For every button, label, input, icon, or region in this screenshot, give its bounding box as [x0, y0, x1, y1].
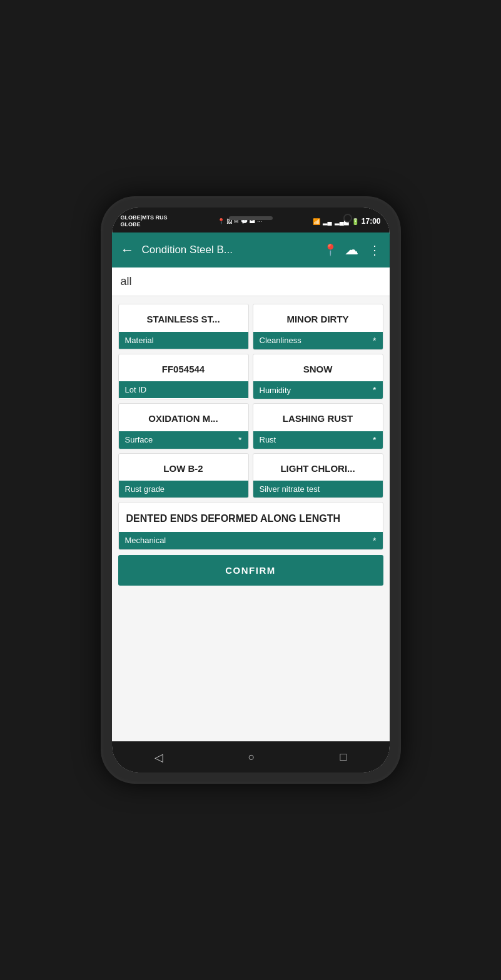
card-minor-dirty[interactable]: MINOR DIRTY Cleanliness *: [253, 304, 383, 350]
card-oxidation-asterisk: *: [238, 435, 241, 445]
confirm-button[interactable]: CONFIRM: [118, 555, 383, 586]
card-stainless-value: STAINLESS ST...: [119, 304, 248, 332]
cloud-upload-icon-button[interactable]: ☁: [345, 242, 358, 258]
card-mechanical-value: DENTED ENDS DEFORMED ALONG LENGTH: [119, 502, 383, 532]
app-bar: ← Condition Steel B... 📍 ☁ ⋮: [112, 232, 390, 268]
location-status-icon: 📍: [218, 218, 225, 224]
nav-home-button[interactable]: ○: [236, 746, 268, 769]
card-light-chlori-value: LIGHT CHLORI...: [253, 454, 383, 481]
card-stainless[interactable]: STAINLESS ST... Material: [118, 304, 249, 350]
camera: [343, 214, 352, 222]
card-snow-value: SNOW: [253, 354, 383, 382]
card-mechanical-asterisk: *: [373, 536, 376, 546]
card-minor-dirty-asterisk: *: [373, 336, 376, 346]
card-oxidation-label: Surface *: [119, 431, 248, 449]
card-minor-dirty-label: Cleanliness *: [253, 332, 383, 349]
card-mechanical-label: Mechanical *: [119, 532, 383, 549]
card-oxidation[interactable]: OXIDATION M... Surface *: [118, 403, 249, 449]
search-bar: all: [112, 268, 390, 296]
phone-inner: GLOBE|MTS RUS GLOBE 📍 🖼 ✉ 💬 🏔 ··· 📶 ▂▄ ▂…: [112, 208, 390, 772]
carrier-text-1: GLOBE|MTS RUS: [121, 214, 168, 221]
card-lashing-rust-label: Rust *: [253, 431, 383, 449]
card-light-chlori[interactable]: LIGHT CHLORI... Silver nitrate test: [253, 453, 383, 499]
battery-icon: 🔋: [352, 218, 359, 225]
card-low-b2-label: Rust grade: [119, 481, 248, 498]
nav-recent-button[interactable]: □: [328, 746, 360, 769]
wifi-icon: 📶: [313, 218, 320, 225]
card-snow-asterisk: *: [373, 385, 376, 395]
card-lashing-rust[interactable]: LASHING RUST Rust *: [253, 403, 383, 449]
card-snow[interactable]: SNOW Humidity *: [253, 354, 383, 400]
phone-frame: GLOBE|MTS RUS GLOBE 📍 🖼 ✉ 💬 🏔 ··· 📶 ▂▄ ▂…: [101, 196, 401, 784]
nav-back-button[interactable]: ◁: [142, 746, 176, 769]
app-title: Condition Steel B...: [142, 244, 316, 256]
carrier-text-2: GLOBE: [121, 221, 168, 228]
signal-icon-1: ▂▄: [323, 218, 332, 225]
cards-grid: STAINLESS ST... Material MINOR DIRTY Cle…: [118, 304, 383, 498]
card-lashing-rust-value: LASHING RUST: [253, 404, 383, 431]
card-snow-label: Humidity *: [253, 381, 383, 399]
location-icon-button[interactable]: 📍: [323, 243, 337, 257]
time-display: 17:00: [362, 217, 381, 226]
screen: GLOBE|MTS RUS GLOBE 📍 🖼 ✉ 💬 🏔 ··· 📶 ▂▄ ▂…: [112, 208, 390, 772]
card-lot-id-label: Lot ID: [119, 381, 248, 398]
card-minor-dirty-value: MINOR DIRTY: [253, 304, 383, 332]
card-oxidation-value: OXIDATION M...: [119, 404, 248, 431]
card-lot-id-value: FF054544: [119, 354, 248, 382]
card-light-chlori-label: Silver nitrate test: [253, 481, 383, 498]
bottom-nav: ◁ ○ □: [112, 741, 390, 772]
card-stainless-label: Material: [119, 332, 248, 349]
card-low-b2-value: LOW B-2: [119, 454, 248, 481]
card-low-b2[interactable]: LOW B-2 Rust grade: [118, 453, 249, 499]
card-mechanical[interactable]: DENTED ENDS DEFORMED ALONG LENGTH Mechan…: [118, 502, 383, 550]
status-left: GLOBE|MTS RUS GLOBE: [121, 214, 168, 228]
card-lashing-rust-asterisk: *: [373, 435, 376, 445]
more-options-icon[interactable]: ⋮: [368, 242, 381, 258]
speaker: [229, 216, 273, 220]
content-area: all STAINLESS ST... Material MINOR DIRTY: [112, 268, 390, 741]
card-lot-id[interactable]: FF054544 Lot ID: [118, 354, 249, 400]
search-value: all: [121, 275, 132, 288]
back-button[interactable]: ←: [121, 242, 134, 258]
